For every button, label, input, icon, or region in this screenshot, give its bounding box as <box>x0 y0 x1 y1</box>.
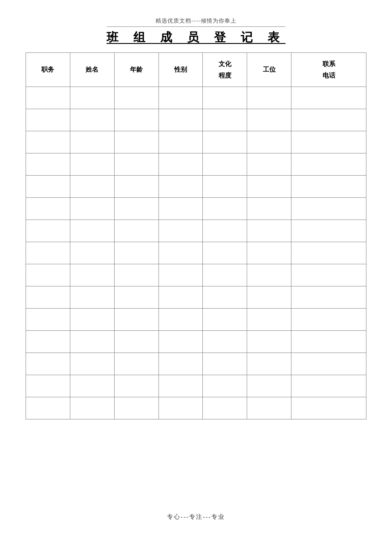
table-cell <box>26 397 70 419</box>
table-cell <box>291 309 366 331</box>
table-cell <box>291 242 366 264</box>
table-cell <box>203 131 247 153</box>
table-cell <box>114 331 159 353</box>
table-cell <box>203 109 247 131</box>
table-row <box>26 286 366 309</box>
table-cell <box>291 109 366 131</box>
table-row <box>26 198 366 220</box>
table-cell <box>247 176 291 198</box>
table-row <box>26 176 366 198</box>
table-cell <box>26 242 70 264</box>
table-cell <box>203 176 247 198</box>
table-cell <box>70 331 114 353</box>
table-cell <box>159 264 203 286</box>
table-cell <box>114 87 159 109</box>
table-cell <box>159 198 203 220</box>
table-cell <box>114 309 159 331</box>
subtitle-text: 精选优质文档----倾情为你奉上 <box>156 17 236 25</box>
table-cell <box>114 131 159 153</box>
table-row <box>26 131 366 153</box>
table-cell <box>159 176 203 198</box>
table-cell <box>203 397 247 419</box>
table-cell <box>247 242 291 264</box>
table-cell <box>247 220 291 242</box>
table-cell <box>70 87 114 109</box>
table-cell <box>26 264 70 286</box>
table-cell <box>114 353 159 375</box>
table-cell <box>291 353 366 375</box>
table-cell <box>70 220 114 242</box>
table-row <box>26 264 366 286</box>
table-cell <box>203 153 247 176</box>
table-cell <box>70 286 114 309</box>
table-cell <box>247 198 291 220</box>
table-cell <box>247 87 291 109</box>
table-cell <box>114 153 159 176</box>
table-cell <box>159 353 203 375</box>
table-cell <box>26 220 70 242</box>
table-cell <box>70 153 114 176</box>
table-cell <box>70 397 114 419</box>
table-cell <box>203 331 247 353</box>
table-cell <box>26 286 70 309</box>
table-row <box>26 397 366 419</box>
table-cell <box>291 286 366 309</box>
table-cell <box>159 286 203 309</box>
table-cell <box>291 220 366 242</box>
table-cell <box>247 309 291 331</box>
table-cell <box>70 242 114 264</box>
table-cell <box>26 353 70 375</box>
table-cell <box>247 353 291 375</box>
table-cell <box>247 153 291 176</box>
table-cell <box>26 375 70 397</box>
table-cell <box>291 264 366 286</box>
table-cell <box>291 397 366 419</box>
table-cell <box>114 286 159 309</box>
table-cell <box>291 198 366 220</box>
table-cell <box>114 264 159 286</box>
table-header-row: 职务 姓名 年龄 性别 文化程度 工位 联系电话 <box>26 53 366 87</box>
table-cell <box>70 176 114 198</box>
table-cell <box>159 242 203 264</box>
table-cell <box>159 375 203 397</box>
table-cell <box>291 131 366 153</box>
table-cell <box>70 309 114 331</box>
table-cell <box>203 309 247 331</box>
col-header-zhiwu: 职务 <box>26 53 70 87</box>
footer-text: 专心---专注---专业 <box>167 488 225 521</box>
table-cell <box>159 220 203 242</box>
table-cell <box>70 198 114 220</box>
table-cell <box>159 309 203 331</box>
registration-table: 职务 姓名 年龄 性别 文化程度 工位 联系电话 <box>26 52 366 419</box>
table-cell <box>26 131 70 153</box>
table-cell <box>247 375 291 397</box>
table-row <box>26 153 366 176</box>
page-bottom: 专心---专注---专业 <box>26 419 366 538</box>
table-cell <box>247 397 291 419</box>
table-cell <box>291 87 366 109</box>
table-cell <box>159 153 203 176</box>
table-cell <box>291 153 366 176</box>
table-cell <box>159 397 203 419</box>
table-cell <box>70 109 114 131</box>
table-cell <box>26 109 70 131</box>
table-cell <box>114 198 159 220</box>
table-cell <box>247 264 291 286</box>
registration-table-wrapper: 职务 姓名 年龄 性别 文化程度 工位 联系电话 <box>26 52 366 419</box>
table-cell <box>26 87 70 109</box>
table-cell <box>203 264 247 286</box>
col-header-wenhua: 文化程度 <box>203 53 247 87</box>
table-row <box>26 242 366 264</box>
table-cell <box>203 198 247 220</box>
table-cell <box>26 309 70 331</box>
table-cell <box>114 176 159 198</box>
table-cell <box>203 353 247 375</box>
table-cell <box>159 87 203 109</box>
table-cell <box>203 87 247 109</box>
table-row <box>26 375 366 397</box>
table-cell <box>203 375 247 397</box>
table-body <box>26 87 366 419</box>
table-cell <box>114 242 159 264</box>
table-cell <box>247 131 291 153</box>
table-cell <box>70 264 114 286</box>
